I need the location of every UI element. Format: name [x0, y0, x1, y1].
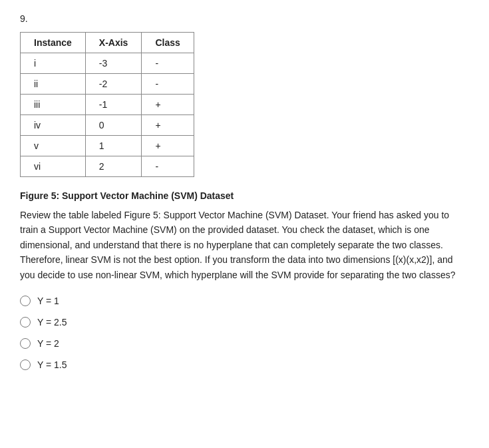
option-label-opt4[interactable]: Y = 1.5 [37, 359, 67, 370]
cell-class: - [142, 53, 194, 74]
cell-class: + [142, 95, 194, 115]
cell-xaxis: 0 [85, 115, 142, 136]
option-label-opt3[interactable]: Y = 2 [37, 338, 59, 349]
table-row: iv0+ [21, 115, 194, 136]
option-label-opt2[interactable]: Y = 2.5 [37, 317, 67, 328]
cell-instance: v [21, 136, 86, 156]
col-header-xaxis: X-Axis [85, 33, 142, 53]
cell-instance: iii [21, 95, 86, 115]
table-row: vi2- [21, 156, 194, 177]
table-row: i-3- [21, 53, 194, 74]
cell-instance: i [21, 53, 86, 74]
option-item-opt4[interactable]: Y = 1.5 [20, 359, 469, 370]
cell-instance: iv [21, 115, 86, 136]
cell-class: - [142, 74, 194, 95]
cell-xaxis: -2 [85, 74, 142, 95]
cell-instance: vi [21, 156, 86, 177]
radio-opt2[interactable] [20, 317, 31, 328]
radio-opt1[interactable] [20, 296, 31, 306]
answer-options: Y = 1Y = 2.5Y = 2Y = 1.5 [20, 296, 469, 370]
col-header-class: Class [142, 33, 194, 53]
question-number: 9. [20, 13, 469, 24]
table-row: v1+ [21, 136, 194, 156]
data-table-wrapper: Instance X-Axis Class i-3-ii-2-iii-1+iv0… [20, 32, 469, 177]
cell-instance: ii [21, 74, 86, 95]
cell-class: + [142, 136, 194, 156]
cell-xaxis: 2 [85, 156, 142, 177]
cell-class: - [142, 156, 194, 177]
option-item-opt2[interactable]: Y = 2.5 [20, 317, 469, 328]
cell-xaxis: 1 [85, 136, 142, 156]
option-item-opt3[interactable]: Y = 2 [20, 338, 469, 349]
figure-caption: Figure 5: Support Vector Machine (SVM) D… [20, 190, 469, 201]
cell-xaxis: -1 [85, 95, 142, 115]
table-row: iii-1+ [21, 95, 194, 115]
radio-opt3[interactable] [20, 338, 31, 349]
cell-class: + [142, 115, 194, 136]
col-header-instance: Instance [21, 33, 86, 53]
radio-opt4[interactable] [20, 359, 31, 370]
cell-xaxis: -3 [85, 53, 142, 74]
question-text: Review the table labeled Figure 5: Suppo… [20, 208, 469, 282]
option-item-opt1[interactable]: Y = 1 [20, 296, 469, 306]
table-row: ii-2- [21, 74, 194, 95]
option-label-opt1[interactable]: Y = 1 [37, 296, 59, 306]
svm-dataset-table: Instance X-Axis Class i-3-ii-2-iii-1+iv0… [20, 32, 194, 177]
